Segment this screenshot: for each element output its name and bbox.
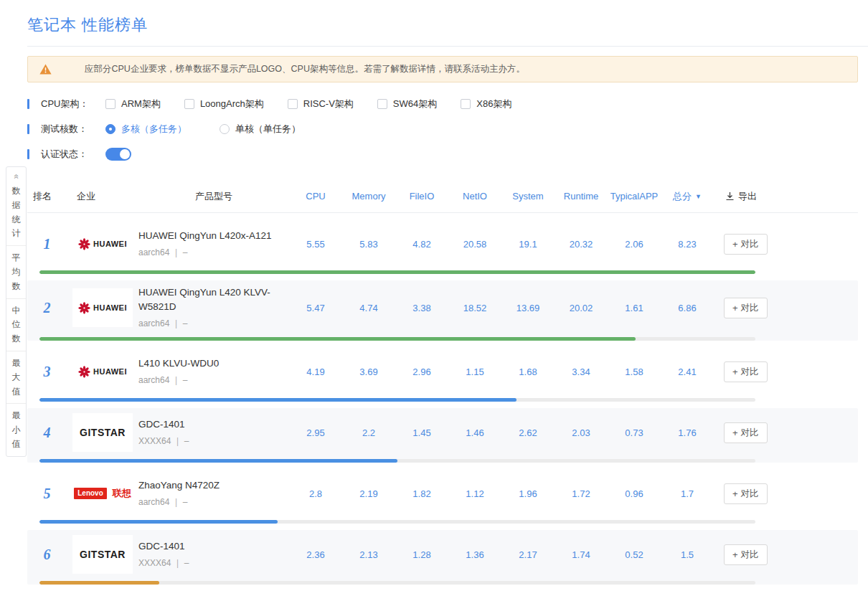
memory-value: 2.19 (342, 488, 395, 499)
product-name: L410 KLVU-WDU0 (138, 356, 280, 371)
product-name: HUAWEI QingYun L420 KLVV-W5821D (138, 285, 280, 313)
page-title: 笔记本 性能榜单 (27, 14, 858, 36)
compare-button[interactable]: + 对比 (724, 361, 768, 382)
compare-button[interactable]: + 对比 (724, 298, 768, 318)
sidebar-item-median[interactable]: 中位数 (6, 299, 26, 351)
compare-button[interactable]: + 对比 (724, 544, 768, 565)
typicalapp-value: 2.06 (608, 239, 661, 250)
col-header-cpu[interactable]: CPU (289, 191, 342, 202)
checkbox-icon[interactable] (288, 99, 298, 109)
compare-button[interactable]: + 对比 (724, 234, 768, 255)
memory-value: 3.69 (342, 366, 395, 377)
rank-header: 排名 (27, 190, 67, 203)
netio-value: 1.36 (448, 549, 501, 560)
col-header-typicalapp[interactable]: TypicalAPP (608, 191, 661, 202)
table-row: 6 GITSTAR GDC-1401 XXXX64 ｜ – 2.36 2.13 … (27, 530, 858, 585)
col-header-fileio[interactable]: FileIO (395, 191, 448, 202)
plus-icon: + (732, 366, 738, 377)
checkbox-icon[interactable] (461, 99, 471, 109)
checkbox-loongarch[interactable]: LoongArch架构 (184, 98, 264, 110)
fileio-value: 2.96 (395, 366, 448, 377)
cpu-value: 5.55 (289, 239, 342, 250)
checkbox-arm[interactable]: ARM架构 (105, 98, 161, 110)
product-name: GDC-1401 (138, 539, 280, 554)
netio-value: 1.12 (448, 488, 501, 499)
checkbox-x86[interactable]: X86架构 (461, 98, 511, 110)
filter-accent-bar (27, 99, 29, 109)
typicalapp-value: 0.52 (608, 549, 661, 560)
score-progress-fill (39, 520, 278, 524)
huawei-logo: HUAWEI (72, 288, 133, 327)
col-header-memory[interactable]: Memory (342, 191, 395, 202)
radio-icon[interactable] (105, 124, 115, 134)
sidebar-item-max[interactable]: 最大值 (6, 351, 26, 404)
gitstar-logo: GITSTAR (72, 413, 133, 452)
memory-value: 2.13 (342, 549, 395, 560)
filter-cert-status: 认证状态： (27, 147, 868, 161)
checkbox-icon[interactable] (105, 99, 115, 109)
total-score-value: 2.41 (661, 366, 714, 377)
cpu-value: 2.95 (289, 427, 342, 438)
product-subtext: aarch64 ｜ – (138, 374, 280, 387)
col-header-runtime[interactable]: Runtime (555, 191, 608, 202)
checkbox-icon[interactable] (377, 99, 387, 109)
col-header-netio[interactable]: NetIO (448, 191, 501, 202)
system-value: 2.17 (501, 549, 555, 560)
compare-label: 对比 (741, 366, 759, 378)
action-cell: + 对比 (714, 422, 858, 443)
checkbox-label: RISC-V架构 (303, 98, 354, 110)
product-cell: L410 KLVU-WDU0 aarch64 ｜ – (138, 356, 289, 387)
download-icon (725, 191, 735, 201)
checkbox-label: X86架构 (476, 98, 511, 110)
fileio-value: 1.28 (395, 549, 448, 560)
table-row: 3 HUAWEI L410 KLVU-WDU0 aarch64 ｜ (27, 347, 858, 402)
radio-icon[interactable] (220, 124, 230, 134)
brand-header: 企业 (67, 190, 138, 203)
gitstar-logo: GITSTAR (72, 535, 133, 574)
huawei-flower-icon (78, 238, 90, 250)
radio-multicore[interactable]: 多核（多任务） (105, 123, 187, 136)
brand-name: GITSTAR (80, 549, 126, 561)
cores-label: 测试核数： (41, 123, 94, 136)
score-progress-bar (39, 398, 755, 402)
sidebar-item-data-statistics[interactable]: « 数据统计 (6, 167, 26, 246)
col-header-total-score[interactable]: 总分 ▼ (661, 190, 714, 203)
collapse-icon[interactable]: « (12, 167, 21, 186)
checkbox-riscv[interactable]: RISC-V架构 (288, 98, 354, 110)
action-cell: + 对比 (714, 234, 858, 255)
cert-toggle[interactable] (105, 148, 131, 161)
fileio-value: 3.38 (395, 303, 448, 313)
export-button[interactable]: 导出 (714, 190, 858, 203)
plus-icon: + (732, 549, 738, 560)
fileio-value: 1.45 (395, 427, 448, 438)
netio-value: 18.52 (448, 303, 501, 313)
statistics-side-panel: « 数据统计 平均数 中位数 最大值 最小值 (6, 166, 27, 457)
product-subtext: XXXX64 ｜ – (138, 557, 280, 569)
huawei-logo: HUAWEI (72, 352, 133, 391)
total-score-value: 1.5 (661, 549, 714, 560)
score-progress-bar (39, 459, 755, 463)
runtime-value: 2.03 (555, 427, 608, 438)
checkbox-sw64[interactable]: SW64架构 (377, 98, 437, 110)
sidebar-item-label: 数据统计 (11, 184, 21, 241)
compare-button[interactable]: + 对比 (724, 483, 768, 504)
system-value: 1.96 (501, 488, 555, 499)
checkbox-label: LoongArch架构 (200, 98, 264, 110)
brand-cell: GITSTAR (67, 535, 138, 574)
sort-descending-icon[interactable]: ▼ (695, 193, 702, 200)
huawei-flower-icon (78, 302, 90, 314)
sidebar-item-min[interactable]: 最小值 (6, 404, 26, 455)
rank-value: 2 (27, 300, 67, 316)
product-cell: GDC-1401 XXXX64 ｜ – (138, 417, 289, 448)
radio-singlecore[interactable]: 单核（单任务） (220, 123, 301, 136)
compare-button[interactable]: + 对比 (724, 422, 768, 443)
checkbox-icon[interactable] (184, 99, 194, 109)
sidebar-item-average[interactable]: 平均数 (6, 246, 26, 298)
typicalapp-value: 1.61 (608, 303, 661, 313)
export-label: 导出 (738, 190, 757, 203)
cpu-value: 2.8 (289, 488, 342, 499)
score-progress-bar (39, 337, 755, 341)
memory-value: 5.83 (342, 239, 395, 250)
col-header-system[interactable]: System (501, 191, 555, 202)
plus-icon: + (732, 303, 738, 313)
